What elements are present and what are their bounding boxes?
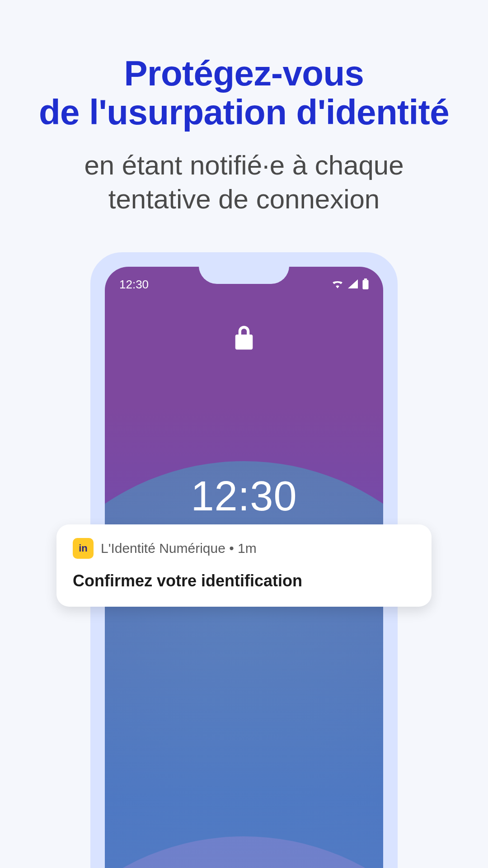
notification-app-name: L'Identité Numérique xyxy=(101,541,225,556)
notification-body: Confirmez votre identification xyxy=(73,571,415,590)
wifi-icon xyxy=(332,279,343,290)
notification-card[interactable]: in L'Identité Numérique • 1m Confirmez v… xyxy=(56,524,432,607)
notification-header: in L'Identité Numérique • 1m xyxy=(73,538,415,559)
status-bar-icons xyxy=(332,278,369,291)
status-bar-time: 12:30 xyxy=(119,278,149,292)
subtitle-line-2: tentative de connexion xyxy=(108,184,380,214)
title-line-1: Protégez-vous xyxy=(124,53,364,93)
marketing-header: Protégez-vous de l'usurpation d'identité… xyxy=(0,0,488,216)
app-icon: in xyxy=(73,538,94,559)
lockscreen-time: 12:30 xyxy=(105,472,383,520)
battery-icon xyxy=(362,278,369,291)
page-subtitle: en étant notifié·e à chaque tentative de… xyxy=(0,148,488,216)
notification-separator: • xyxy=(225,541,238,556)
notification-meta: L'Identité Numérique • 1m xyxy=(101,541,257,556)
page-title: Protégez-vous de l'usurpation d'identité xyxy=(0,54,488,132)
app-icon-label: in xyxy=(79,542,88,554)
subtitle-line-1: en étant notifié·e à chaque xyxy=(84,150,404,180)
notification-time-ago: 1m xyxy=(238,541,257,556)
cellular-signal-icon xyxy=(348,279,358,290)
svg-rect-0 xyxy=(364,278,367,280)
title-line-2: de l'usurpation d'identité xyxy=(39,92,449,132)
phone-notch xyxy=(199,267,289,284)
lock-icon xyxy=(105,326,383,350)
svg-rect-1 xyxy=(362,280,368,289)
